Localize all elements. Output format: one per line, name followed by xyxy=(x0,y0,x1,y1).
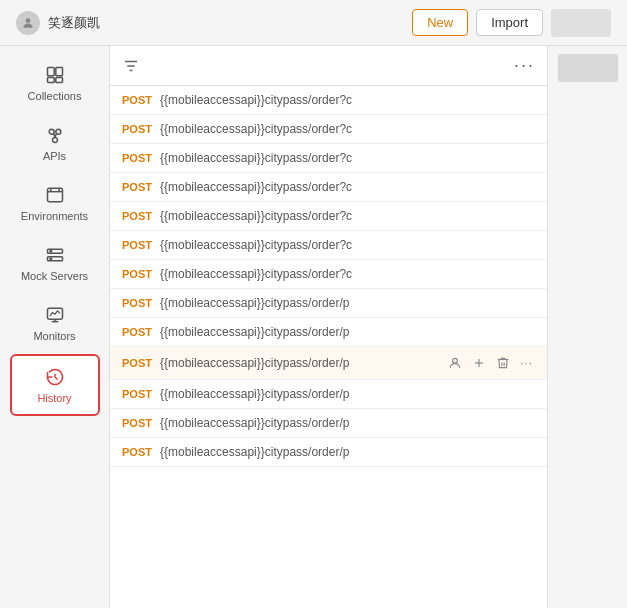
svg-point-7 xyxy=(52,138,57,143)
history-label: History xyxy=(37,392,71,404)
method-badge: POST xyxy=(122,152,160,164)
mock-servers-icon xyxy=(44,244,66,266)
method-badge: POST xyxy=(122,210,160,222)
content-toolbar: ··· xyxy=(110,46,547,86)
request-item[interactable]: POST{{mobileaccessapi}}citypass/order?c xyxy=(110,144,547,173)
user-info: 笑逐颜凯 xyxy=(16,11,100,35)
right-panel xyxy=(547,46,627,608)
svg-point-17 xyxy=(50,258,52,260)
method-badge: POST xyxy=(122,446,160,458)
main-layout: Collections APIs xyxy=(0,46,627,608)
request-url: {{mobileaccessapi}}citypass/order/p xyxy=(160,356,442,370)
request-item[interactable]: POST{{mobileaccessapi}}citypass/order/p xyxy=(110,318,547,347)
svg-rect-3 xyxy=(47,78,54,83)
svg-rect-2 xyxy=(55,68,62,76)
svg-rect-10 xyxy=(47,188,62,201)
collections-icon xyxy=(44,64,66,86)
app-header: 笑逐颜凯 New Import xyxy=(0,0,627,46)
request-item[interactable]: POST{{mobileaccessapi}}citypass/order/p xyxy=(110,409,547,438)
method-badge: POST xyxy=(122,297,160,309)
request-item[interactable]: POST{{mobileaccessapi}}citypass/order/p·… xyxy=(110,347,547,380)
svg-point-5 xyxy=(49,129,54,134)
request-url: {{mobileaccessapi}}citypass/order?c xyxy=(160,93,535,107)
user-name: 笑逐颜凯 xyxy=(48,14,100,32)
request-item[interactable]: POST{{mobileaccessapi}}citypass/order?c xyxy=(110,173,547,202)
request-url: {{mobileaccessapi}}citypass/order/p xyxy=(160,416,535,430)
request-url: {{mobileaccessapi}}citypass/order/p xyxy=(160,325,535,339)
request-item[interactable]: POST{{mobileaccessapi}}citypass/order?c xyxy=(110,260,547,289)
request-url: {{mobileaccessapi}}citypass/order?c xyxy=(160,122,535,136)
request-item[interactable]: POST{{mobileaccessapi}}citypass/order/p xyxy=(110,438,547,467)
svg-point-0 xyxy=(26,18,31,23)
header-actions: New Import xyxy=(412,9,611,37)
content-area: ··· POST{{mobileaccessapi}}citypass/orde… xyxy=(110,46,547,608)
collections-label: Collections xyxy=(28,90,82,102)
request-item[interactable]: POST{{mobileaccessapi}}citypass/order?c xyxy=(110,202,547,231)
request-item[interactable]: POST{{mobileaccessapi}}citypass/order/p xyxy=(110,380,547,409)
request-item-actions: ··· xyxy=(446,354,535,372)
environments-icon xyxy=(44,184,66,206)
sidebar: Collections APIs xyxy=(0,46,110,608)
svg-point-6 xyxy=(55,129,60,134)
request-item[interactable]: POST{{mobileaccessapi}}citypass/order?c xyxy=(110,115,547,144)
method-badge: POST xyxy=(122,268,160,280)
monitors-icon xyxy=(44,304,66,326)
request-url: {{mobileaccessapi}}citypass/order/p xyxy=(160,387,535,401)
person-icon[interactable] xyxy=(446,354,464,372)
add-icon[interactable] xyxy=(470,354,488,372)
request-url: {{mobileaccessapi}}citypass/order?c xyxy=(160,180,535,194)
method-badge: POST xyxy=(122,94,160,106)
svg-rect-4 xyxy=(55,78,62,83)
request-url: {{mobileaccessapi}}citypass/order?c xyxy=(160,267,535,281)
request-url: {{mobileaccessapi}}citypass/order/p xyxy=(160,445,535,459)
method-badge: POST xyxy=(122,417,160,429)
mock-servers-label: Mock Servers xyxy=(21,270,88,282)
request-url: {{mobileaccessapi}}citypass/order?c xyxy=(160,238,535,252)
sidebar-item-environments[interactable]: Environments xyxy=(10,174,100,232)
filter-icon[interactable] xyxy=(122,57,140,75)
svg-point-16 xyxy=(50,250,52,252)
history-icon xyxy=(44,366,66,388)
more-icon[interactable]: ··· xyxy=(518,354,535,372)
request-url: {{mobileaccessapi}}citypass/order?c xyxy=(160,151,535,165)
method-badge: POST xyxy=(122,357,160,369)
sidebar-item-collections[interactable]: Collections xyxy=(10,54,100,112)
method-badge: POST xyxy=(122,239,160,251)
monitors-label: Monitors xyxy=(33,330,75,342)
environments-label: Environments xyxy=(21,210,88,222)
method-badge: POST xyxy=(122,123,160,135)
request-url: {{mobileaccessapi}}citypass/order?c xyxy=(160,209,535,223)
new-button[interactable]: New xyxy=(412,9,468,36)
svg-rect-1 xyxy=(47,68,54,76)
sidebar-item-monitors[interactable]: Monitors xyxy=(10,294,100,352)
sidebar-item-mock-servers[interactable]: Mock Servers xyxy=(10,234,100,292)
method-badge: POST xyxy=(122,181,160,193)
import-button[interactable]: Import xyxy=(476,9,543,36)
sidebar-item-history[interactable]: History xyxy=(10,354,100,416)
right-panel-avatar xyxy=(558,54,618,82)
delete-icon[interactable] xyxy=(494,354,512,372)
request-list: POST{{mobileaccessapi}}citypass/order?cP… xyxy=(110,86,547,608)
method-badge: POST xyxy=(122,326,160,338)
sidebar-item-apis[interactable]: APIs xyxy=(10,114,100,172)
apis-label: APIs xyxy=(43,150,66,162)
svg-point-24 xyxy=(453,358,458,363)
apis-icon xyxy=(44,124,66,146)
method-badge: POST xyxy=(122,388,160,400)
user-avatar xyxy=(16,11,40,35)
request-item[interactable]: POST{{mobileaccessapi}}citypass/order?c xyxy=(110,86,547,115)
more-options-icon[interactable]: ··· xyxy=(514,55,535,76)
request-url: {{mobileaccessapi}}citypass/order/p xyxy=(160,296,535,310)
request-item[interactable]: POST{{mobileaccessapi}}citypass/order/p xyxy=(110,289,547,318)
request-item[interactable]: POST{{mobileaccessapi}}citypass/order?c xyxy=(110,231,547,260)
header-avatar-placeholder xyxy=(551,9,611,37)
